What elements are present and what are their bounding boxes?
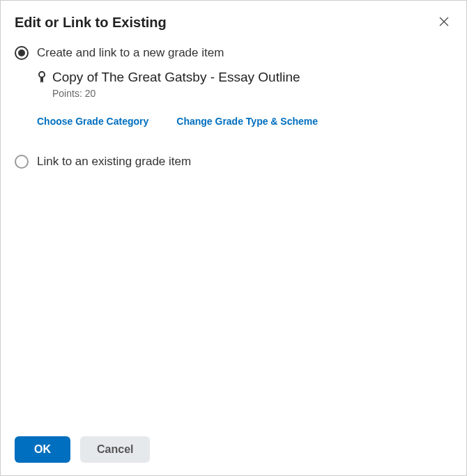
grade-action-links: Choose Grade Category Change Grade Type …	[37, 116, 452, 127]
dialog-footer: OK Cancel	[1, 424, 466, 475]
points-label: Points: 20	[52, 88, 452, 99]
grade-item-title-row: Copy of The Great Gatsby - Essay Outline	[37, 70, 452, 85]
edit-link-dialog: Edit or Link to Existing Create and link…	[0, 0, 467, 476]
grade-item-icon	[37, 71, 47, 84]
close-button[interactable]	[436, 13, 452, 32]
radio-option-create-new[interactable]: Create and link to a new grade item	[15, 46, 452, 60]
change-grade-type-scheme-link[interactable]: Change Grade Type & Scheme	[176, 116, 318, 127]
grade-item-details: Copy of The Great Gatsby - Essay Outline…	[37, 70, 452, 99]
radio-option-link-existing[interactable]: Link to an existing grade item	[15, 155, 452, 169]
radio-input-link-existing[interactable]	[15, 155, 29, 169]
grade-item-title: Copy of The Great Gatsby - Essay Outline	[52, 70, 300, 85]
dialog-title: Edit or Link to Existing	[15, 15, 167, 31]
close-icon	[438, 16, 450, 29]
radio-label-link-existing: Link to an existing grade item	[37, 155, 191, 169]
dialog-header: Edit or Link to Existing	[1, 1, 466, 39]
dialog-content: Create and link to a new grade item Copy…	[1, 39, 466, 424]
radio-label-create-new: Create and link to a new grade item	[37, 46, 224, 60]
radio-input-create-new[interactable]	[15, 46, 29, 60]
ok-button[interactable]: OK	[15, 436, 70, 463]
svg-point-2	[39, 72, 45, 77]
choose-grade-category-link[interactable]: Choose Grade Category	[37, 116, 148, 127]
cancel-button[interactable]: Cancel	[80, 436, 150, 463]
